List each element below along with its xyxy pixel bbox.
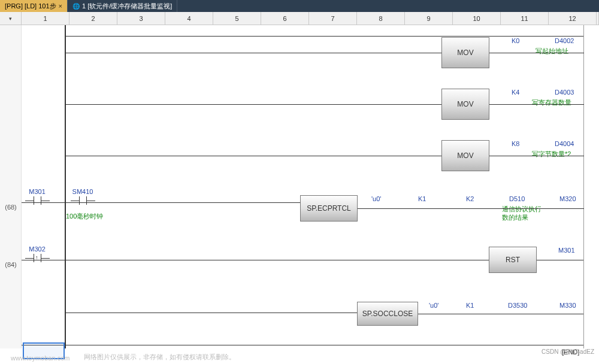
ruler-col: 9 <box>405 12 453 25</box>
operand: D510 <box>509 195 525 202</box>
operand: D4003 <box>555 89 574 96</box>
comment: 写寄存器数量 <box>532 98 571 107</box>
operand: K8 <box>512 140 519 147</box>
site-watermark: www.toymoban.com <box>11 354 69 362</box>
ladder-editor[interactable]: MOV K0 D4002 写起始地址 MOV K4 D4003 写寄存器数量 M… <box>0 25 599 348</box>
ruler-col: 2 <box>69 12 117 25</box>
instruction-mov[interactable]: MOV <box>441 140 489 171</box>
tab-monitor[interactable]: 1 [软元件/缓冲存储器批量监视] <box>68 0 177 12</box>
instruction-mov[interactable]: MOV <box>441 37 489 68</box>
ruler-col: 10 <box>453 12 501 25</box>
comment: 通信协议执行 <box>502 205 541 214</box>
instruction-ecprtcl[interactable]: SP.ECPRTCL <box>300 195 358 222</box>
ruler-col: 11 <box>501 12 549 25</box>
globe-icon <box>72 2 80 10</box>
operand: D4004 <box>555 140 574 147</box>
operand: 'u0' <box>429 302 438 309</box>
contact-label: M301 <box>29 188 46 195</box>
close-icon[interactable]: × <box>59 2 62 10</box>
step-number: (84) <box>0 261 22 268</box>
operand: K4 <box>512 89 519 96</box>
tab-label: [PRG] [LD] 101步 <box>5 2 56 11</box>
operand: M301 <box>558 247 575 254</box>
contact-label: M302 <box>29 245 46 253</box>
operand: D3530 <box>508 302 527 309</box>
tab-bar: [PRG] [LD] 101步 × 1 [软元件/缓冲存储器批量监视] <box>0 0 599 12</box>
right-rail <box>583 25 584 348</box>
operand: M330 <box>559 302 576 309</box>
contact-sm410[interactable]: SM410 <box>71 188 95 205</box>
step-gutter <box>0 25 22 348</box>
instruction-mov[interactable]: MOV <box>441 89 489 120</box>
footer-note: 网络图片仅供展示，非存储，如有侵权请联系删除。 <box>84 353 235 362</box>
comment: 数的结果 <box>502 213 528 222</box>
contact-m302-pulse[interactable]: M302 ↑ <box>25 245 49 262</box>
comment: 写字节数量*2 <box>532 150 571 159</box>
contact-label: SM410 <box>72 188 93 195</box>
tab-program[interactable]: [PRG] [LD] 101步 × <box>0 0 68 12</box>
step-number: (68) <box>0 204 22 211</box>
operand: K0 <box>512 37 519 44</box>
operand: K1 <box>466 302 474 309</box>
ruler-col: 12 <box>549 12 597 25</box>
tab-label: 1 [软元件/缓冲存储器批量监视] <box>82 2 172 11</box>
contact-m301[interactable]: M301 <box>25 188 49 205</box>
instruction-rst[interactable]: RST <box>489 247 537 273</box>
instruction-socclose[interactable]: SP.SOCCLOSE <box>357 302 418 326</box>
contact-comment: 100毫秒时钟 <box>66 212 103 221</box>
operand: 'u0' <box>371 195 381 202</box>
column-ruler: ▾ 1 2 3 4 5 6 7 8 9 10 11 12 <box>0 12 599 25</box>
operand: M320 <box>559 195 576 202</box>
operand: K1 <box>418 195 426 202</box>
ruler-col: 4 <box>165 12 213 25</box>
operand: D4002 <box>555 37 574 44</box>
ruler-col: 7 <box>309 12 357 25</box>
ruler-dropdown[interactable]: ▾ <box>0 12 22 25</box>
ruler-col: 8 <box>357 12 405 25</box>
ruler-col: 3 <box>117 12 165 25</box>
operand: K2 <box>466 195 474 202</box>
ruler-col: 5 <box>213 12 261 25</box>
comment: 写起始地址 <box>536 47 568 56</box>
corner-watermark: CSDN @PhC-adEZ <box>541 348 594 355</box>
ruler-col: 6 <box>261 12 309 25</box>
ruler-col: 1 <box>22 12 69 25</box>
